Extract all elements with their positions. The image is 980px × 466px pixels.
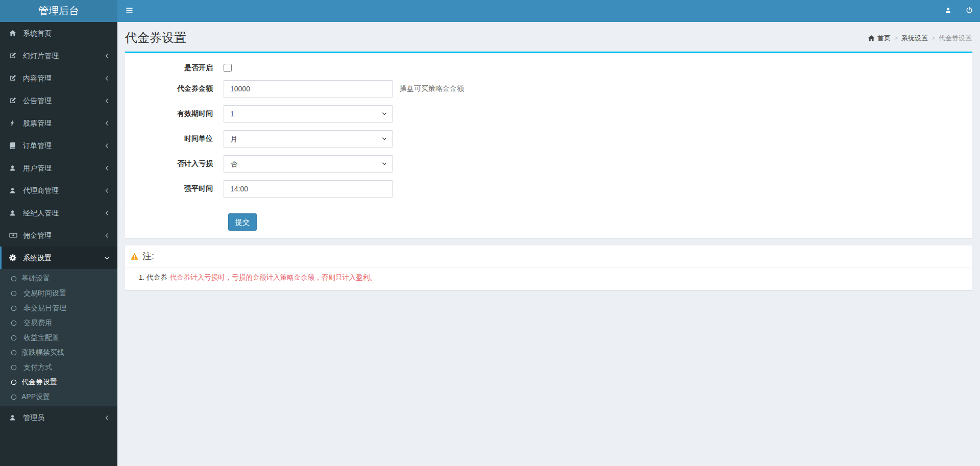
note-item-prefix: 代金券 <box>146 274 167 281</box>
chevron-left-icon <box>104 143 110 149</box>
submenu-item-yield-treasure[interactable]: 收益宝配置 <box>0 330 117 345</box>
user-icon <box>9 187 19 194</box>
sidebar-toggle-button[interactable] <box>117 0 141 22</box>
field-label: 代金券金额 <box>125 84 224 93</box>
submenu-item-non-trading-day[interactable]: 非交易日管理 <box>0 301 117 315</box>
submenu-item-basic-settings[interactable]: 基础设置 <box>0 271 117 286</box>
submenu-item-label: 支付方式 <box>21 362 52 372</box>
edit-icon <box>9 75 19 82</box>
form-footer: 提交 <box>125 206 972 238</box>
app-logo[interactable]: 管理后台 <box>0 0 117 22</box>
logout-button[interactable] <box>959 0 980 22</box>
valid-period-select[interactable]: 1 <box>224 105 393 122</box>
sidebar-item-stocks[interactable]: 股票管理 <box>0 112 117 134</box>
chevron-left-icon <box>104 53 110 59</box>
submenu-item-payment-method[interactable]: 支付方式 <box>0 360 117 375</box>
circle-icon <box>11 305 18 311</box>
sidebar: 系统首页幻灯片管理内容管理公告管理股票管理订单管理用户管理代理商管理经纪人管理佣… <box>0 22 117 466</box>
time-unit-select[interactable]: 月 <box>224 130 393 148</box>
sidebar-item-users[interactable]: 用户管理 <box>0 157 117 179</box>
sidebar-item-label: 股票管理 <box>23 118 104 128</box>
field-label: 时间单位 <box>125 134 224 143</box>
submenu-item-trade-fee[interactable]: 交易费用 <box>0 315 117 330</box>
breadcrumb-separator: > <box>932 35 935 42</box>
sidebar-item-orders[interactable]: 订单管理 <box>0 134 117 157</box>
home-icon <box>9 30 19 37</box>
sidebar-item-commission[interactable]: 佣金管理 <box>0 224 117 247</box>
submenu-item-label: APP设置 <box>21 392 50 402</box>
sidebar-item-slides[interactable]: 幻灯片管理 <box>0 44 117 67</box>
submenu-item-label: 非交易日管理 <box>21 303 66 313</box>
sidebar-item-label: 幻灯片管理 <box>23 51 104 61</box>
sidebar-item-content[interactable]: 内容管理 <box>0 67 117 89</box>
sidebar-item-label: 订单管理 <box>23 140 104 151</box>
chevron-left-icon <box>104 415 110 421</box>
chevron-left-icon <box>104 210 110 216</box>
user-icon <box>9 165 19 171</box>
sidebar-item-label: 系统设置 <box>23 253 104 263</box>
breadcrumb-section[interactable]: 系统设置 <box>901 34 928 43</box>
enable-checkbox[interactable] <box>224 64 232 72</box>
field-row-enable: 是否开启 <box>125 63 965 72</box>
count-loss-select[interactable]: 否 <box>224 155 393 173</box>
breadcrumb-home[interactable]: 首页 <box>877 34 891 43</box>
edit-icon <box>9 97 19 104</box>
chevron-left-icon <box>104 98 110 104</box>
chevron-left-icon <box>104 188 110 193</box>
sidebar-item-admin[interactable]: 管理员 <box>0 406 117 429</box>
submenu-item-label: 代金券设置 <box>21 377 57 387</box>
circle-icon <box>11 276 18 282</box>
sidebar-item-home[interactable]: 系统首页 <box>0 22 117 44</box>
field-row-voucher-amount: 代金券金额 操盘可买策略金金额 <box>125 80 965 97</box>
user-menu-button[interactable] <box>937 0 959 22</box>
top-navbar: 管理后台 <box>0 0 980 22</box>
submenu-item-label: 交易时间设置 <box>21 288 66 298</box>
admin-app: 管理后台 系统首页幻灯片管理内容管理公告管理股票管理订单管理用户管理代理商管理经… <box>0 0 980 466</box>
field-label: 有效期时间 <box>125 109 224 118</box>
circle-icon <box>11 320 18 326</box>
note-header: 注: <box>125 246 972 268</box>
force-close-time-input[interactable] <box>224 180 393 198</box>
sidebar-item-label: 内容管理 <box>23 73 104 83</box>
home-icon <box>868 35 875 42</box>
sidebar-submenu: 基础设置 交易时间设置 非交易日管理 交易费用 收益宝配置涨跌幅禁买线 支付方式… <box>0 269 117 406</box>
note-body: 1.代金券代金券计入亏损时，亏损的金额计入策略金余额，否则只计入盈利。 <box>125 268 972 290</box>
book-icon <box>9 142 19 149</box>
chevron-left-icon <box>104 233 110 238</box>
sidebar-item-brokers[interactable]: 经纪人管理 <box>0 202 117 224</box>
submit-button[interactable]: 提交 <box>228 213 257 231</box>
field-row-time-unit: 时间单位 月 <box>125 130 965 148</box>
sidebar-item-label: 经纪人管理 <box>23 208 104 218</box>
sidebar-item-label: 管理员 <box>23 412 104 423</box>
sidebar-item-label: 系统首页 <box>23 28 110 38</box>
sidebar-item-notice[interactable]: 公告管理 <box>0 89 117 112</box>
submenu-item-voucher-settings[interactable]: 代金券设置 <box>0 375 117 389</box>
form-body: 是否开启 代金券金额 操盘可买策略金金额 有效期时间 <box>125 53 972 206</box>
user-icon <box>9 414 19 421</box>
submenu-item-limit-buy-line[interactable]: 涨跌幅禁买线 <box>0 345 117 360</box>
chevron-left-icon <box>104 120 110 126</box>
sidebar-item-system-settings[interactable]: 系统设置 <box>0 247 117 269</box>
chevron-left-icon <box>104 165 110 171</box>
breadcrumb-separator: > <box>894 35 898 42</box>
circle-icon <box>11 335 18 341</box>
submenu-item-app-settings[interactable]: APP设置 <box>0 389 117 404</box>
gear-icon <box>9 254 19 261</box>
navbar-right <box>937 0 980 22</box>
user-icon <box>945 7 951 15</box>
circle-icon <box>11 350 18 356</box>
submenu-item-label: 基础设置 <box>21 274 50 283</box>
submenu-item-trade-time-settings[interactable]: 交易时间设置 <box>0 286 117 301</box>
sidebar-item-label: 用户管理 <box>23 163 104 173</box>
sidebar-item-agents[interactable]: 代理商管理 <box>0 179 117 202</box>
breadcrumb: 首页 > 系统设置 > 代金券设置 <box>868 34 972 43</box>
sidebar-item-label: 佣金管理 <box>23 230 104 240</box>
bolt-icon <box>9 119 19 127</box>
sidebar-item-label: 公告管理 <box>23 95 104 106</box>
sidebar-menu: 系统首页幻灯片管理内容管理公告管理股票管理订单管理用户管理代理商管理经纪人管理佣… <box>0 22 117 429</box>
note-item-highlight: 代金券计入亏损时，亏损的金额计入策略金余额，否则只计入盈利。 <box>170 274 377 281</box>
sidebar-item-label: 代理商管理 <box>23 185 104 195</box>
note-item: 1.代金券代金券计入亏损时，亏损的金额计入策略金余额，否则只计入盈利。 <box>130 273 967 282</box>
voucher-amount-input[interactable] <box>224 80 393 97</box>
circle-icon <box>11 364 18 371</box>
